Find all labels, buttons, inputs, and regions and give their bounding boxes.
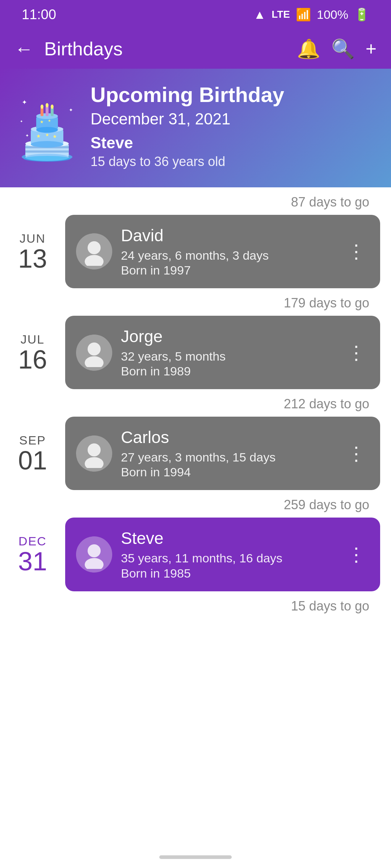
hero-banner: ✦ ✦ ✦ ✦ ★ ★ ★ ★ (0, 69, 391, 187)
card-born-david: Born in 1997 (121, 263, 335, 277)
svg-point-32 (88, 443, 101, 456)
bottom-handle (0, 846, 391, 868)
more-button-steve[interactable]: ⋮ (343, 540, 369, 569)
status-icons: ▲ LTE 📶 100% 🔋 (254, 7, 369, 22)
svg-text:★: ★ (40, 119, 44, 124)
days-to-go-jorge: 179 days to go (11, 288, 380, 316)
card-david[interactable]: David 24 years, 6 months, 3 days Born in… (65, 215, 380, 288)
svg-point-34 (88, 544, 101, 557)
svg-text:★: ★ (48, 119, 51, 123)
birthday-block-steve: 259 days to go DEC 31 Steve 35 years, 11… (0, 490, 391, 618)
days-to-go-steve: 259 days to go (11, 490, 380, 518)
svg-text:✦: ✦ (69, 107, 73, 113)
avatar-steve (76, 536, 112, 573)
svg-point-27 (24, 156, 71, 162)
card-born-jorge: Born in 1989 (121, 364, 335, 378)
svg-text:★: ★ (45, 132, 49, 137)
more-button-carlos[interactable]: ⋮ (343, 439, 369, 468)
svg-point-33 (85, 457, 104, 468)
search-button[interactable]: 🔍 (331, 38, 355, 60)
app-bar: ← Birthdays 🔔 🔍 + (0, 29, 391, 69)
birthday-row-jorge: JUL 16 Jorge 32 years, 5 months Born in … (11, 316, 380, 389)
battery-icon: 🔋 (354, 7, 369, 22)
svg-text:✦: ✦ (20, 119, 23, 123)
avatar-carlos (76, 435, 112, 472)
back-button[interactable]: ← (14, 38, 33, 60)
svg-point-30 (88, 342, 101, 356)
svg-text:★: ★ (52, 133, 57, 139)
svg-text:✦: ✦ (25, 133, 29, 138)
date-day-david: 13 (11, 246, 54, 272)
card-info-steve: Steve 35 years, 11 months, 16 days Born … (121, 528, 335, 580)
card-born-carlos: Born in 1994 (121, 465, 335, 479)
status-bar: 11:00 ▲ LTE 📶 100% 🔋 (0, 0, 391, 29)
signal-icon: 📶 (296, 7, 311, 22)
date-month-jorge: JUL (11, 332, 54, 346)
wifi-icon: ▲ (254, 8, 266, 22)
notification-button[interactable]: 🔔 (297, 38, 320, 60)
card-age-steve: 35 years, 11 months, 16 days (121, 550, 335, 566)
date-month-david: JUN (11, 231, 54, 246)
days-to-go-david: 87 days to go (11, 187, 380, 215)
card-name-carlos: Carlos (121, 427, 335, 447)
date-day-carlos: 01 (11, 447, 54, 473)
date-label-carlos: SEP 01 (11, 433, 54, 473)
more-button-david[interactable]: ⋮ (343, 237, 369, 266)
birthday-block-david: 87 days to go JUN 13 David 24 years, 6 m… (0, 187, 391, 288)
date-label-david: JUN 13 (11, 231, 54, 272)
status-time: 11:00 (22, 7, 56, 22)
avatar-jorge (76, 335, 112, 371)
date-label-jorge: JUL 16 (11, 332, 54, 373)
card-age-david: 24 years, 6 months, 3 days (121, 247, 335, 263)
svg-point-35 (85, 558, 104, 569)
battery-percent: 100% (317, 8, 348, 22)
hero-subtitle: 15 days to 36 years old (91, 154, 373, 169)
add-button[interactable]: + (366, 38, 377, 60)
lte-icon: LTE (272, 9, 290, 20)
svg-point-28 (88, 241, 101, 254)
svg-point-26 (51, 105, 54, 109)
date-label-steve: DEC 31 (11, 534, 54, 574)
birthday-block-carlos: 212 days to go SEP 01 Carlos 27 years, 3… (0, 389, 391, 490)
card-age-carlos: 27 years, 3 months, 15 days (121, 449, 335, 465)
hero-text: Upcoming Birthday December 31, 2021 Stev… (91, 83, 373, 169)
birthday-row-carlos: SEP 01 Carlos 27 years, 3 months, 15 day… (11, 417, 380, 490)
date-day-steve: 31 (11, 548, 54, 574)
card-jorge[interactable]: Jorge 32 years, 5 months Born in 1989 ⋮ (65, 316, 380, 389)
card-born-steve: Born in 1985 (121, 566, 335, 580)
nav-handle (159, 855, 232, 859)
svg-point-12 (31, 141, 63, 148)
card-age-jorge: 32 years, 5 months (121, 348, 335, 364)
svg-text:✦: ✦ (22, 99, 27, 106)
cake-illustration: ✦ ✦ ✦ ✦ ★ ★ ★ ★ (18, 90, 76, 162)
more-button-jorge[interactable]: ⋮ (343, 338, 369, 367)
card-name-jorge: Jorge (121, 327, 335, 346)
days-to-go-carlos: 212 days to go (11, 389, 380, 417)
hero-title: Upcoming Birthday (91, 83, 373, 106)
birthday-block-jorge: 179 days to go JUL 16 Jorge 32 years, 5 … (0, 288, 391, 389)
card-name-steve: Steve (121, 528, 335, 548)
card-info-carlos: Carlos 27 years, 3 months, 15 days Born … (121, 427, 335, 479)
date-month-carlos: SEP (11, 433, 54, 447)
page-title: Birthdays (44, 38, 286, 60)
birthday-row-steve: DEC 31 Steve 35 years, 11 months, 16 day… (11, 518, 380, 591)
svg-rect-22 (46, 106, 49, 116)
days-to-go-steve-next: 15 days to go (11, 591, 380, 619)
svg-point-31 (85, 356, 104, 367)
card-info-david: David 24 years, 6 months, 3 days Born in… (121, 226, 335, 277)
date-month-steve: DEC (11, 534, 54, 548)
svg-point-24 (41, 105, 43, 109)
card-info-jorge: Jorge 32 years, 5 months Born in 1989 (121, 327, 335, 378)
card-carlos[interactable]: Carlos 27 years, 3 months, 15 days Born … (65, 417, 380, 490)
hero-date: December 31, 2021 (91, 110, 373, 128)
date-day-jorge: 16 (11, 346, 54, 373)
avatar-david (76, 233, 112, 269)
svg-rect-9 (25, 150, 69, 153)
birthday-row-david: JUN 13 David 24 years, 6 months, 3 days … (11, 215, 380, 288)
svg-point-29 (85, 255, 104, 266)
hero-name: Steve (91, 134, 373, 152)
svg-point-18 (36, 127, 58, 133)
card-steve[interactable]: Steve 35 years, 11 months, 16 days Born … (65, 518, 380, 591)
birthday-list: 87 days to go JUN 13 David 24 years, 6 m… (0, 187, 391, 868)
svg-text:★: ★ (36, 133, 41, 139)
